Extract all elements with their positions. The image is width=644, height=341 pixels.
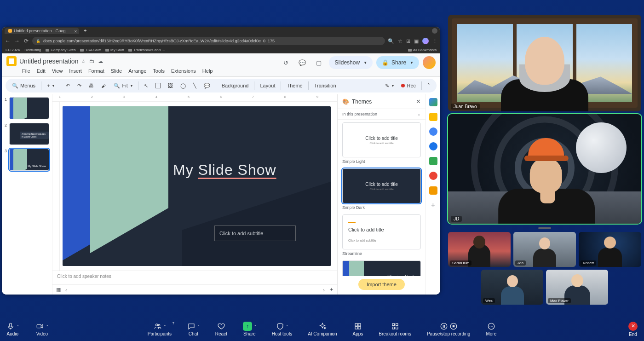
search-icon[interactable]: 🔍 xyxy=(388,38,394,44)
document-title[interactable]: Untitled presentation xyxy=(19,58,78,65)
tasks-icon[interactable] xyxy=(429,127,437,136)
in-this-presentation-toggle[interactable]: In this presentation ⌄ xyxy=(338,109,426,120)
google-slides-logo-icon[interactable] xyxy=(6,56,17,66)
chevron-down-icon[interactable]: ▼ xyxy=(410,61,414,65)
get-addons-icon[interactable]: + xyxy=(429,201,437,209)
slideshow-button[interactable]: Slideshow▼ xyxy=(329,56,373,69)
video-tile-small[interactable]: Max Power xyxy=(546,270,608,305)
theme-button[interactable]: Theme xyxy=(285,82,304,89)
menu-tools[interactable]: Tools xyxy=(153,68,165,74)
gallery-resize-handle[interactable] xyxy=(448,226,641,229)
print-icon[interactable]: 🖶 xyxy=(87,82,96,89)
bookmark-star-icon[interactable]: ☆ xyxy=(398,38,402,44)
star-icon[interactable]: ☆ xyxy=(81,58,86,64)
grid-view-icon[interactable]: ▦ xyxy=(56,287,61,293)
layout-button[interactable]: Layout xyxy=(258,82,277,89)
line-icon[interactable]: ╲ xyxy=(191,82,198,90)
all-bookmarks-button[interactable]: All Bookmarks xyxy=(408,48,437,52)
meet-icon[interactable]: ▢ xyxy=(312,56,325,69)
comment-icon[interactable]: 💬 xyxy=(202,82,212,90)
bookmark-item[interactable]: Recruiting xyxy=(24,48,41,52)
menu-format[interactable]: Format xyxy=(88,68,104,74)
slide-title-text[interactable]: My Slide Show xyxy=(173,162,276,179)
explore-icon[interactable]: ✦ xyxy=(329,287,334,293)
theme-option-simple-dark[interactable]: Click to add titleClick to add subtitle … xyxy=(342,168,421,210)
cloud-status-icon[interactable]: ☁ xyxy=(98,58,103,64)
collapse-toolbar-icon[interactable]: ˄ xyxy=(426,82,432,90)
video-tile-large[interactable]: JD xyxy=(448,114,641,224)
slide-thumbnail[interactable]: Amazing New Features in Zoom Client xyxy=(9,123,49,145)
end-meeting-button[interactable]: ✕ End xyxy=(628,322,638,337)
slide-thumbnail[interactable] xyxy=(9,97,49,119)
video-tile-small[interactable]: Jon xyxy=(513,232,576,267)
image-icon[interactable]: 🖼 xyxy=(166,82,175,89)
addon-icon[interactable] xyxy=(429,186,437,195)
nav-back-icon[interactable]: ← xyxy=(5,38,11,44)
breakout-rooms-button[interactable]: Breakout rooms xyxy=(379,322,411,336)
maps-icon[interactable] xyxy=(429,157,437,165)
move-icon[interactable]: 🗀 xyxy=(89,58,94,64)
video-tile-small[interactable]: Sarah Kim xyxy=(448,232,511,267)
bookmark-folder[interactable]: My Stuff xyxy=(105,48,124,52)
video-tile-small[interactable]: Robert xyxy=(579,232,641,267)
share-screen-button[interactable]: ↑^ Share xyxy=(243,322,256,336)
apps-button[interactable]: Apps xyxy=(353,322,363,336)
ai-companion-button[interactable]: AI Companion xyxy=(308,322,337,336)
background-button[interactable]: Background xyxy=(220,82,251,89)
menu-insert[interactable]: Insert xyxy=(69,68,82,74)
address-bar[interactable]: 🔒 docs.google.com/presentation/d/f16iH2x… xyxy=(32,37,385,45)
menu-view[interactable]: View xyxy=(52,68,63,74)
slide-filmstrip[interactable]: 1 2 Amazing New Features in Zoom Client … xyxy=(2,94,52,295)
calendar-icon[interactable] xyxy=(429,98,437,106)
close-panel-icon[interactable]: ✕ xyxy=(416,98,421,105)
slide-editor[interactable]: My Slide Show Click to add subtitle xyxy=(60,102,337,271)
participants-button[interactable]: 7^ Participants xyxy=(148,322,172,336)
cast-icon[interactable]: ▣ xyxy=(414,38,419,44)
audio-button[interactable]: ^ Audio xyxy=(6,322,19,336)
next-slide-icon[interactable]: › xyxy=(323,287,325,293)
import-theme-button[interactable]: Import theme xyxy=(358,279,405,290)
video-tile-large[interactable]: Juan Bravo xyxy=(448,15,641,111)
menu-file[interactable]: File xyxy=(22,68,30,74)
menu-arrange[interactable]: Arrange xyxy=(128,68,146,74)
pen-icon[interactable]: ✎ ▾ xyxy=(383,82,396,90)
video-button[interactable]: ^ Video xyxy=(36,322,48,336)
redo-icon[interactable]: ↷ xyxy=(75,82,83,90)
more-button[interactable]: More xyxy=(486,322,496,336)
share-button[interactable]: 🔒Share▼ xyxy=(376,56,419,69)
menu-help[interactable]: Help xyxy=(202,68,213,74)
theme-option-simple-light[interactable]: Click to add titleClick to add subtitle … xyxy=(342,122,421,164)
contacts-icon[interactable] xyxy=(429,142,437,150)
video-tile-small[interactable]: Wes xyxy=(481,270,543,305)
chrome-menu-icon[interactable]: ⋮ xyxy=(432,38,437,44)
select-tool-icon[interactable]: ↖ xyxy=(142,82,150,90)
menu-extensions[interactable]: Extensions xyxy=(171,68,196,74)
prev-slide-icon[interactable]: ‹ xyxy=(65,287,67,293)
bookmark-folder[interactable]: Company Sites xyxy=(46,48,75,52)
nav-forward-icon[interactable]: → xyxy=(14,38,20,44)
rec-button[interactable]: Rec xyxy=(399,82,418,89)
zoom-dropdown[interactable]: 🔍 Fit ▾ xyxy=(112,82,134,90)
version-history-icon[interactable]: ↺ xyxy=(279,56,292,69)
current-slide[interactable]: My Slide Show Click to add subtitle xyxy=(63,106,331,266)
close-tab-icon[interactable]: ✕ xyxy=(74,29,77,35)
host-tools-button[interactable]: ^ Host tools xyxy=(272,322,292,336)
account-avatar[interactable] xyxy=(423,56,436,69)
keep-icon[interactable] xyxy=(429,113,437,121)
chat-button[interactable]: ^ Chat xyxy=(187,322,200,336)
slide-subtitle-placeholder[interactable]: Click to add subtitle xyxy=(214,225,296,241)
paint-format-icon[interactable]: 🖌 xyxy=(99,82,108,89)
chrome-profile-avatar[interactable] xyxy=(422,38,429,44)
menu-edit[interactable]: Edit xyxy=(37,68,46,74)
menu-slide[interactable]: Slide xyxy=(111,68,122,74)
textbox-icon[interactable]: 🅃 xyxy=(154,82,162,89)
new-slide-button[interactable]: + ▾ xyxy=(45,82,56,89)
nav-reload-icon[interactable]: ⟳ xyxy=(23,38,29,44)
transition-button[interactable]: Transition xyxy=(312,82,338,89)
extensions-icon[interactable]: ⊞ xyxy=(406,38,410,44)
react-button[interactable]: React xyxy=(215,322,227,336)
slide-thumbnail[interactable]: My Slide Show xyxy=(9,149,49,171)
search-menus-button[interactable]: 🔍 Menus xyxy=(10,82,37,90)
window-control-icon[interactable] xyxy=(432,28,437,34)
comments-icon[interactable]: 💬 xyxy=(296,56,309,69)
